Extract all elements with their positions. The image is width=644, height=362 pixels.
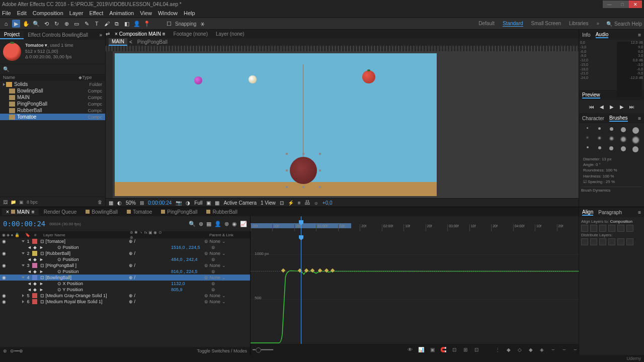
roi-icon[interactable]: ▣ <box>206 200 211 206</box>
property-name[interactable]: ⊙ X Position <box>45 281 136 286</box>
clone-tool-icon[interactable]: ⧉ <box>113 20 121 28</box>
layer-name[interactable]: ⊡ [RubberBall] <box>38 251 129 256</box>
brush-preset[interactable] <box>609 146 613 150</box>
menu-edit[interactable]: Edit <box>17 10 27 16</box>
timeline-tab-main[interactable]: × MAIN ≡ <box>2 209 39 215</box>
last-frame-icon[interactable]: ⏭ <box>628 103 635 110</box>
layer-row[interactable]: ◉5⊡ [Medium Gray-Orange Solid 1]⊕ /⊚ Non… <box>0 293 250 299</box>
menu-window[interactable]: Window <box>158 10 178 16</box>
bpc-toggle[interactable]: 8 bpc <box>27 200 38 205</box>
brush-preset[interactable] <box>610 127 613 131</box>
visibility-icon[interactable]: ◉ <box>2 251 7 256</box>
col-type[interactable]: Type <box>82 75 102 80</box>
layer-row[interactable]: ◉4⊡ [BowlingBall]⊕ /⊚ None ⌄ <box>0 275 250 281</box>
workspace-smallscreen[interactable]: Small Screen <box>531 21 561 27</box>
rotate-tool-icon[interactable]: ↻ <box>52 20 60 28</box>
tab-brushes[interactable]: Brushes <box>609 115 628 122</box>
eraser-tool-icon[interactable]: ◧ <box>123 20 131 28</box>
expand-icon[interactable] <box>3 83 5 86</box>
kf-toggle-icon[interactable]: ◆ <box>33 287 39 292</box>
layer-switches[interactable]: ⊕ / <box>129 299 164 304</box>
layer-switches[interactable]: ⊕ / <box>129 251 164 256</box>
resolution-dropdown[interactable]: Full <box>194 200 202 206</box>
prev-frame-icon[interactable]: ◀ <box>598 103 605 110</box>
play-icon[interactable]: ▶ <box>608 103 615 110</box>
panel-menu-icon[interactable]: ≡ <box>638 210 641 215</box>
menu-composition[interactable]: Composition <box>33 10 63 16</box>
kf-nav-next-icon[interactable]: ► <box>39 245 45 250</box>
brush-hardness[interactable]: Hardness: 100 % <box>583 173 640 179</box>
new-folder-icon[interactable]: 📁 <box>11 200 16 205</box>
res-full-icon[interactable]: ⊞ <box>140 200 144 206</box>
align-bottom-icon[interactable] <box>626 225 633 232</box>
brush-spacing[interactable]: ☑ Spacing : 25 % <box>583 179 640 185</box>
parent-dropdown[interactable]: ⊚ None ⌄ <box>204 293 226 298</box>
shape-tool-icon[interactable]: ▭ <box>72 20 80 28</box>
orbit-tool-icon[interactable]: ⟲ <box>42 20 50 28</box>
brush-preset[interactable] <box>610 137 613 140</box>
tab-preview[interactable]: Preview <box>582 92 600 99</box>
tomatoe-layer[interactable] <box>362 70 375 83</box>
kf-toggle-icon[interactable]: ◆ <box>33 281 39 286</box>
project-item-pingpong[interactable]: PingPongBallCompc <box>0 101 105 107</box>
workspace-more-icon[interactable]: » <box>596 21 599 27</box>
brush-roundness[interactable]: Roundness: 100 % <box>583 167 640 173</box>
handle-icon[interactable] <box>319 169 321 171</box>
brush-preset[interactable] <box>587 127 588 129</box>
workspace-libraries[interactable]: Libraries <box>569 21 588 27</box>
brush-preset[interactable] <box>598 137 601 139</box>
layer-switches[interactable]: ⊕ / <box>129 239 164 244</box>
graph-type-icon[interactable]: 📊 <box>418 346 425 353</box>
brush-preset[interactable] <box>621 146 626 151</box>
edit-selected-icon[interactable]: ◆ <box>505 346 512 353</box>
layer-row[interactable]: ◉3⊡ [PingPongBall ]⊕ /⊚ None ⌄ <box>0 262 250 268</box>
expand-icon[interactable] <box>22 240 25 242</box>
snapshot-icon[interactable]: 📷 <box>176 200 182 206</box>
label-color[interactable] <box>32 239 37 244</box>
interpret-icon[interactable]: 🖼 <box>3 200 8 205</box>
brush-angle[interactable]: Angle: 0 ° <box>583 162 640 167</box>
easy-ease-in-icon[interactable]: ⌣ <box>560 346 568 353</box>
brush-tool-icon[interactable]: 🖌 <box>103 20 111 28</box>
label-color[interactable] <box>32 299 37 304</box>
expression-pickwhip-icon[interactable]: ⊚ <box>211 257 215 262</box>
property-name[interactable]: ⊙ Position <box>45 245 136 250</box>
project-list[interactable]: SolidsFolder BowlingBallCompc MAINCompc … <box>0 81 105 197</box>
convert-auto-icon[interactable]: ◈ <box>538 346 545 353</box>
layer-name[interactable]: ⊡ [Tomatoe] <box>38 239 129 244</box>
puppet-tool-icon[interactable]: 📍 <box>143 20 151 28</box>
ruler-horizontal[interactable] <box>106 46 579 52</box>
value-graph[interactable]: 1000 px 500 <box>251 231 579 344</box>
tab-layer[interactable]: Layer (none) <box>213 30 248 38</box>
frameblend-icon[interactable]: ⊗ <box>224 221 229 227</box>
property-row[interactable]: ◄◆►⊙ Position1516,0 , 224,5⊚ <box>0 244 250 250</box>
snap-opts-icon[interactable]: ⚹ <box>198 20 206 28</box>
kf-nav-next-icon[interactable]: ► <box>39 281 45 286</box>
cti-graph[interactable] <box>301 231 301 344</box>
dist-hcenter-icon[interactable] <box>617 238 624 245</box>
timeline-icon[interactable]: ≡ <box>298 200 301 206</box>
visibility-icon[interactable]: ◉ <box>2 293 7 298</box>
handle-icon[interactable] <box>286 186 288 188</box>
composition-viewport[interactable] <box>115 53 437 196</box>
visibility-icon[interactable]: ◉ <box>2 275 7 280</box>
viewport-pasteboard[interactable] <box>439 51 579 198</box>
workspace-standard[interactable]: Standard <box>503 21 523 27</box>
time-display[interactable]: 0:00:00:24 <box>148 200 172 206</box>
kf-nav-prev-icon[interactable]: ◄ <box>27 257 33 262</box>
next-frame-icon[interactable]: ▶ <box>618 103 625 110</box>
camera-dropdown[interactable]: Active Camera <box>223 200 257 206</box>
kf-nav-prev-icon[interactable]: ◄ <box>27 269 33 274</box>
zoom-slider[interactable]: ━◯━━━━ <box>253 347 273 352</box>
convert-hold-icon[interactable]: ◇ <box>516 346 523 353</box>
dist-bottom-icon[interactable] <box>599 238 606 245</box>
kf-nav-next-icon[interactable]: ► <box>39 269 45 274</box>
expression-pickwhip-icon[interactable]: ⊚ <box>211 281 215 286</box>
tab-align[interactable]: Align <box>582 209 593 216</box>
brush-preset[interactable] <box>621 137 626 142</box>
dist-vcenter-icon[interactable] <box>590 238 597 245</box>
project-item-tomatoe[interactable]: TomatoeCompc <box>0 114 105 120</box>
pingpongball-layer[interactable] <box>249 75 257 83</box>
expand-icon[interactable] <box>22 264 25 266</box>
property-value[interactable]: 1132,0 <box>171 281 211 286</box>
